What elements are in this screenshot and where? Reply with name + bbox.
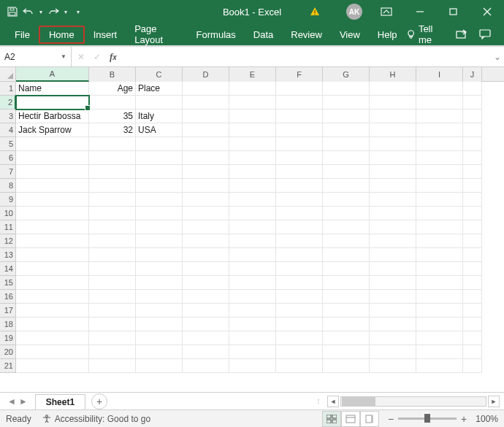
cell[interactable]: [183, 234, 229, 248]
cell[interactable]: [136, 193, 183, 207]
cell[interactable]: [136, 179, 183, 193]
cell[interactable]: [89, 220, 136, 234]
cell[interactable]: [276, 96, 323, 109]
cell[interactable]: [416, 123, 463, 137]
cell[interactable]: [323, 304, 370, 318]
row-header[interactable]: 19: [0, 331, 16, 345]
row-header[interactable]: 18: [0, 318, 16, 331]
cell[interactable]: 35: [89, 109, 136, 123]
comments-icon[interactable]: [476, 29, 494, 39]
row-header[interactable]: 7: [0, 165, 16, 179]
tab-insert[interactable]: Insert: [85, 26, 126, 44]
cell[interactable]: [136, 137, 183, 151]
zoom-out-button[interactable]: −: [388, 413, 394, 425]
cell[interactable]: [463, 123, 482, 137]
cell[interactable]: [276, 331, 323, 345]
cell[interactable]: [370, 331, 416, 345]
cell[interactable]: [416, 248, 463, 262]
cell[interactable]: [370, 248, 416, 262]
cell[interactable]: [16, 165, 89, 179]
hscroll-thumb[interactable]: [342, 397, 375, 406]
sheet-nav-prev-icon[interactable]: ◄: [7, 396, 16, 407]
cell[interactable]: [463, 290, 482, 304]
column-header[interactable]: G: [323, 67, 370, 82]
view-normal-icon[interactable]: [322, 411, 341, 427]
cell[interactable]: [323, 276, 370, 290]
tab-home[interactable]: Home: [39, 26, 85, 44]
column-header[interactable]: E: [229, 67, 276, 82]
cell[interactable]: [136, 359, 183, 373]
cell[interactable]: [136, 96, 183, 109]
cell[interactable]: [229, 82, 276, 96]
cell[interactable]: [16, 137, 89, 151]
cell[interactable]: [16, 151, 89, 165]
cell[interactable]: [323, 96, 370, 109]
cell[interactable]: [416, 304, 463, 318]
cell[interactable]: [89, 331, 136, 345]
cell[interactable]: [463, 318, 482, 331]
cell[interactable]: [370, 318, 416, 331]
cell[interactable]: [463, 96, 482, 109]
cell[interactable]: [323, 137, 370, 151]
name-box-dropdown-icon[interactable]: ▼: [61, 53, 66, 60]
cell[interactable]: [89, 345, 136, 359]
cell[interactable]: [416, 109, 463, 123]
cell[interactable]: [229, 331, 276, 345]
minimize-icon[interactable]: [403, 0, 437, 23]
tab-help[interactable]: Help: [369, 26, 406, 44]
cell[interactable]: [323, 123, 370, 137]
cell[interactable]: [370, 304, 416, 318]
cell[interactable]: [183, 262, 229, 276]
cell[interactable]: Hectir Barbossa: [16, 109, 89, 123]
name-box[interactable]: A2 ▼: [0, 47, 72, 66]
row-header[interactable]: 5: [0, 137, 16, 151]
redo-icon[interactable]: [47, 5, 60, 18]
row-header[interactable]: 2: [0, 96, 16, 109]
row-header[interactable]: 6: [0, 151, 16, 165]
maximize-icon[interactable]: [437, 0, 470, 23]
cell[interactable]: [183, 193, 229, 207]
grid-body[interactable]: 1NameAgePlace23Hectir Barbossa35Italy4Ja…: [0, 82, 504, 392]
cell[interactable]: [89, 304, 136, 318]
cell[interactable]: [183, 220, 229, 234]
cell[interactable]: [16, 248, 89, 262]
row-header[interactable]: 9: [0, 193, 16, 207]
cell[interactable]: [229, 276, 276, 290]
cell[interactable]: [463, 262, 482, 276]
cell[interactable]: [89, 165, 136, 179]
cell[interactable]: [16, 359, 89, 373]
tab-file[interactable]: File: [6, 26, 39, 44]
cell[interactable]: [416, 165, 463, 179]
cell[interactable]: [323, 262, 370, 276]
cell[interactable]: [463, 359, 482, 373]
cell[interactable]: [183, 345, 229, 359]
cell[interactable]: [16, 262, 89, 276]
cell[interactable]: [89, 262, 136, 276]
cell[interactable]: [370, 345, 416, 359]
cell[interactable]: [323, 248, 370, 262]
sheet-tab[interactable]: Sheet1: [35, 394, 85, 409]
cell[interactable]: [463, 234, 482, 248]
row-header[interactable]: 4: [0, 123, 16, 137]
cell[interactable]: [89, 276, 136, 290]
cell[interactable]: [16, 234, 89, 248]
column-header[interactable]: A: [16, 67, 89, 82]
row-header[interactable]: 12: [0, 234, 16, 248]
cell[interactable]: [323, 207, 370, 220]
cell[interactable]: [276, 137, 323, 151]
cell[interactable]: [183, 359, 229, 373]
cell[interactable]: [463, 276, 482, 290]
cell[interactable]: [416, 96, 463, 109]
cell[interactable]: [416, 290, 463, 304]
cell[interactable]: [89, 234, 136, 248]
cell[interactable]: [463, 137, 482, 151]
cell[interactable]: [183, 82, 229, 96]
tab-view[interactable]: View: [331, 26, 369, 44]
cell[interactable]: [416, 220, 463, 234]
cell[interactable]: [136, 248, 183, 262]
cell[interactable]: [370, 151, 416, 165]
cell[interactable]: [276, 290, 323, 304]
tell-me-area[interactable]: Tell me: [406, 23, 447, 45]
cell[interactable]: [276, 179, 323, 193]
cell[interactable]: [136, 290, 183, 304]
